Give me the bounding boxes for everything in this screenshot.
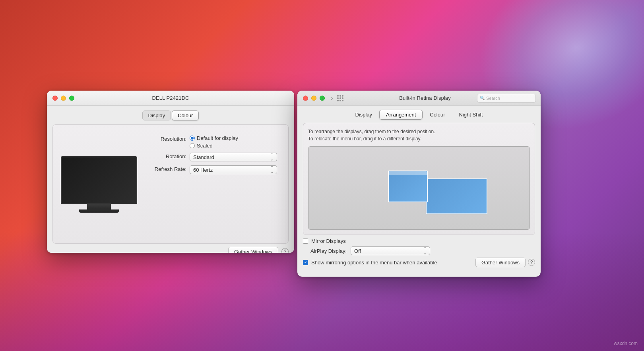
grid-dot-7 — [337, 100, 339, 101]
dell-window-bottom: Gather Windows ? — [47, 244, 294, 253]
builtin-arrangement-info: To rearrange the displays, drag them to … — [308, 128, 530, 142]
dell-tab-display[interactable]: Display — [142, 111, 171, 120]
dell-tab-colour[interactable]: Colour — [172, 111, 199, 120]
builtin-window-title: Built-in Retina Display — [399, 95, 450, 101]
show-mirroring-label: Show mirroring options in the menu bar w… — [311, 260, 437, 266]
builtin-bottom-right: Gather Windows ? — [475, 258, 535, 267]
builtin-window-content: Display Arrangement Colour Night Shift T… — [297, 106, 541, 267]
dell-close-button[interactable] — [52, 95, 58, 101]
dell-gather-windows-button[interactable]: Gather Windows — [228, 247, 278, 253]
dell-refresh-label: Refresh Rate: — [147, 165, 186, 172]
dell-minimize-button[interactable] — [61, 95, 66, 101]
dell-rotation-value: Standard — [193, 154, 214, 160]
builtin-arrangement-content: To rearrange the displays, drag them to … — [303, 123, 535, 235]
airplay-display-row: AirPlay Display: Off ⌃⌄ — [303, 246, 535, 255]
dell-rotation-select[interactable]: Standard ⌃⌄ — [190, 153, 277, 161]
grid-dot-6 — [342, 97, 343, 99]
dell-monitor-image — [61, 156, 137, 212]
arrangement-info-line2: To relocate the menu bar, drag it to a d… — [308, 135, 530, 142]
dell-monitor-screen — [61, 156, 137, 204]
dell-rotation-label: Rotation: — [147, 153, 186, 159]
dell-window-title: DELL P2421DC — [152, 95, 189, 101]
builtin-tab-bar: Display Arrangement Colour Night Shift — [297, 106, 541, 123]
dell-title-bar: DELL P2421DC — [47, 91, 294, 106]
dell-content-area: Resolution: Default for display Scaled — [52, 124, 289, 244]
builtin-gather-windows-button[interactable]: Gather Windows — [475, 258, 526, 267]
grid-dot-4 — [337, 97, 339, 99]
builtin-back-button[interactable]: ‹ — [318, 94, 327, 103]
dell-resolution-row: Resolution: Default for display Scaled — [147, 135, 282, 149]
dell-window-content: Display Colour Resolution: — [47, 106, 294, 253]
grid-dot-5 — [339, 97, 341, 99]
watermark: wsxdn.com — [614, 341, 638, 346]
dell-traffic-lights — [52, 95, 74, 101]
dell-resolution-scaled[interactable]: Scaled — [190, 143, 238, 149]
builtin-tab-night-shift[interactable]: Night Shift — [452, 110, 490, 120]
builtin-tab-colour[interactable]: Colour — [423, 110, 452, 120]
mirror-displays-label: Mirror Displays — [311, 238, 346, 244]
dell-tab-bar: Display Colour — [47, 106, 294, 124]
dell-rotation-row: Rotation: Standard ⌃⌄ — [147, 153, 282, 161]
builtin-forward-button[interactable]: › — [328, 94, 336, 103]
dell-monitor-stand — [87, 204, 111, 209]
grid-dot-9 — [342, 100, 343, 101]
dell-refresh-select[interactable]: 60 Hertz ⌃⌄ — [190, 165, 277, 174]
dell-resolution-default-label: Default for display — [197, 135, 238, 141]
builtin-title-bar: ‹ › Built-in Retina Display 🔍 Search — [297, 91, 541, 106]
dell-resolution-label: Resolution: — [147, 135, 186, 142]
dell-resolution-default-radio[interactable] — [190, 136, 195, 141]
mirror-displays-row: Mirror Displays — [303, 238, 535, 244]
dell-help-button[interactable]: ? — [281, 248, 289, 253]
dell-resolution-default[interactable]: Default for display — [190, 135, 238, 141]
airplay-display-label: AirPlay Display: — [303, 248, 347, 254]
builtin-help-button[interactable]: ? — [528, 259, 535, 266]
grid-dot-1 — [337, 95, 339, 97]
dell-resolution-scaled-radio[interactable] — [190, 143, 195, 148]
builtin-tab-arrangement[interactable]: Arrangement — [379, 110, 423, 120]
airplay-arrow: ⌃⌄ — [423, 246, 427, 255]
dell-maximize-button[interactable] — [69, 95, 74, 101]
show-mirror-row: ✓ Show mirroring options in the menu bar… — [303, 258, 535, 267]
display-arrangement-area — [308, 146, 530, 230]
show-mirror-left: ✓ Show mirroring options in the menu bar… — [303, 260, 437, 266]
mirror-displays-checkbox[interactable] — [303, 239, 308, 244]
dell-resolution-scaled-label: Scaled — [197, 143, 213, 149]
display-block-secondary[interactable] — [388, 171, 428, 202]
dell-window: DELL P2421DC Display Colour Resolutio — [47, 91, 294, 253]
dell-refresh-row: Refresh Rate: 60 Hertz ⌃⌄ — [147, 165, 282, 174]
display-block-primary[interactable] — [426, 178, 487, 214]
builtin-close-button[interactable] — [303, 95, 308, 101]
dell-refresh-arrow: ⌃⌄ — [270, 165, 274, 174]
dell-resolution-values: Default for display Scaled — [190, 135, 238, 149]
builtin-grid-icon[interactable] — [337, 95, 343, 101]
airplay-display-value: Off — [354, 248, 361, 254]
grid-dot-8 — [339, 100, 341, 101]
show-mirroring-checkbox[interactable]: ✓ — [303, 260, 308, 265]
dell-rotation-arrow: ⌃⌄ — [270, 153, 274, 161]
dell-monitor-preview — [59, 131, 139, 237]
builtin-window: ‹ › Built-in Retina Display 🔍 Search Dis… — [297, 91, 541, 277]
arrangement-info-line1: To rearrange the displays, drag them to … — [308, 128, 530, 135]
dell-monitor-base — [79, 209, 119, 213]
airplay-display-select[interactable]: Off ⌃⌄ — [351, 246, 430, 255]
grid-dot-2 — [339, 95, 341, 97]
builtin-tab-display[interactable]: Display — [348, 110, 379, 120]
builtin-nav-buttons: ‹ › — [318, 94, 336, 103]
dell-settings-form: Resolution: Default for display Scaled — [147, 131, 282, 237]
dell-refresh-value: 60 Hertz — [193, 167, 213, 173]
search-icon: 🔍 — [480, 96, 485, 100]
builtin-minimize-button[interactable] — [311, 95, 316, 101]
grid-dot-3 — [342, 95, 343, 97]
builtin-search-placeholder: Search — [486, 96, 500, 101]
builtin-search-bar[interactable]: 🔍 Search — [477, 94, 536, 103]
